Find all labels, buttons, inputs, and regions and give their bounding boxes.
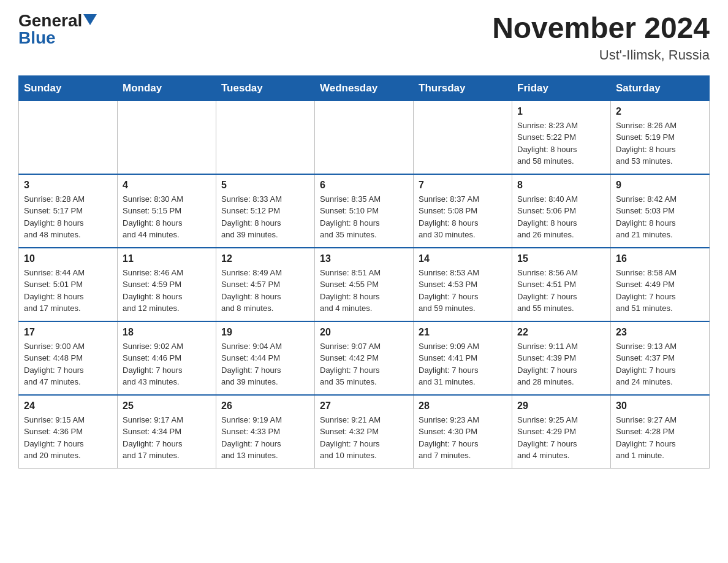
- calendar-cell: 2Sunrise: 8:26 AM Sunset: 5:19 PM Daylig…: [611, 101, 710, 174]
- day-info: Sunrise: 8:37 AM Sunset: 5:08 PM Dayligh…: [419, 193, 507, 241]
- day-number: 9: [616, 180, 704, 191]
- calendar-cell: 3Sunrise: 8:28 AM Sunset: 5:17 PM Daylig…: [19, 174, 118, 248]
- day-info: Sunrise: 9:27 AM Sunset: 4:28 PM Dayligh…: [616, 414, 704, 462]
- day-number: 19: [221, 327, 309, 338]
- calendar-cell: 18Sunrise: 9:02 AM Sunset: 4:46 PM Dayli…: [118, 321, 216, 395]
- day-number: 1: [517, 106, 605, 117]
- day-number: 8: [517, 180, 605, 191]
- day-info: Sunrise: 9:02 AM Sunset: 4:46 PM Dayligh…: [123, 340, 211, 388]
- day-info: Sunrise: 9:23 AM Sunset: 4:30 PM Dayligh…: [419, 414, 507, 462]
- day-number: 5: [221, 180, 309, 191]
- day-number: 22: [517, 327, 605, 338]
- day-info: Sunrise: 8:51 AM Sunset: 4:55 PM Dayligh…: [320, 267, 408, 315]
- day-info: Sunrise: 8:33 AM Sunset: 5:12 PM Dayligh…: [221, 193, 309, 241]
- day-number: 10: [24, 253, 112, 264]
- logo: General Blue: [18, 12, 97, 47]
- day-info: Sunrise: 8:40 AM Sunset: 5:06 PM Dayligh…: [517, 193, 605, 241]
- day-number: 24: [24, 400, 112, 412]
- day-info: Sunrise: 9:15 AM Sunset: 4:36 PM Dayligh…: [24, 414, 112, 462]
- day-number: 17: [24, 327, 112, 338]
- day-number: 12: [221, 253, 309, 264]
- calendar-cell: [315, 101, 414, 174]
- calendar-cell: 1Sunrise: 8:23 AM Sunset: 5:22 PM Daylig…: [512, 101, 611, 174]
- logo-general-text: General: [18, 12, 82, 29]
- calendar-cell: 27Sunrise: 9:21 AM Sunset: 4:32 PM Dayli…: [315, 395, 414, 469]
- day-number: 16: [616, 253, 704, 264]
- day-number: 26: [221, 400, 309, 412]
- calendar-cell: [19, 101, 118, 174]
- calendar-cell: 13Sunrise: 8:51 AM Sunset: 4:55 PM Dayli…: [315, 248, 414, 321]
- day-info: Sunrise: 8:35 AM Sunset: 5:10 PM Dayligh…: [320, 193, 408, 241]
- calendar-week-row: 1Sunrise: 8:23 AM Sunset: 5:22 PM Daylig…: [19, 101, 710, 174]
- calendar-cell: 23Sunrise: 9:13 AM Sunset: 4:37 PM Dayli…: [611, 321, 710, 395]
- logo-triangle-icon: [83, 14, 97, 25]
- day-info: Sunrise: 8:30 AM Sunset: 5:15 PM Dayligh…: [123, 193, 211, 241]
- calendar-cell: 4Sunrise: 8:30 AM Sunset: 5:15 PM Daylig…: [118, 174, 216, 248]
- header-saturday: Saturday: [611, 75, 710, 101]
- day-number: 29: [517, 400, 605, 412]
- day-info: Sunrise: 9:11 AM Sunset: 4:39 PM Dayligh…: [517, 340, 605, 388]
- header-sunday: Sunday: [19, 75, 118, 101]
- day-number: 2: [616, 106, 704, 117]
- day-number: 28: [419, 400, 507, 412]
- svg-marker-0: [83, 14, 97, 25]
- day-info: Sunrise: 8:53 AM Sunset: 4:53 PM Dayligh…: [419, 267, 507, 315]
- day-info: Sunrise: 9:09 AM Sunset: 4:41 PM Dayligh…: [419, 340, 507, 388]
- day-info: Sunrise: 8:56 AM Sunset: 4:51 PM Dayligh…: [517, 267, 605, 315]
- day-number: 25: [123, 400, 211, 412]
- calendar-cell: 22Sunrise: 9:11 AM Sunset: 4:39 PM Dayli…: [512, 321, 611, 395]
- day-number: 7: [419, 180, 507, 191]
- calendar-cell: [118, 101, 216, 174]
- calendar-cell: 19Sunrise: 9:04 AM Sunset: 4:44 PM Dayli…: [216, 321, 315, 395]
- calendar-cell: 20Sunrise: 9:07 AM Sunset: 4:42 PM Dayli…: [315, 321, 414, 395]
- header-friday: Friday: [512, 75, 611, 101]
- calendar-cell: 6Sunrise: 8:35 AM Sunset: 5:10 PM Daylig…: [315, 174, 414, 248]
- calendar-cell: 8Sunrise: 8:40 AM Sunset: 5:06 PM Daylig…: [512, 174, 611, 248]
- day-info: Sunrise: 9:25 AM Sunset: 4:29 PM Dayligh…: [517, 414, 605, 462]
- calendar-cell: 25Sunrise: 9:17 AM Sunset: 4:34 PM Dayli…: [118, 395, 216, 469]
- day-number: 13: [320, 253, 408, 264]
- calendar-cell: 7Sunrise: 8:37 AM Sunset: 5:08 PM Daylig…: [414, 174, 512, 248]
- calendar-table: SundayMondayTuesdayWednesdayThursdayFrid…: [18, 75, 710, 469]
- day-info: Sunrise: 8:23 AM Sunset: 5:22 PM Dayligh…: [517, 120, 605, 167]
- calendar-header-row: SundayMondayTuesdayWednesdayThursdayFrid…: [19, 75, 710, 101]
- calendar-cell: 10Sunrise: 8:44 AM Sunset: 5:01 PM Dayli…: [19, 248, 118, 321]
- calendar-week-row: 3Sunrise: 8:28 AM Sunset: 5:17 PM Daylig…: [19, 174, 710, 248]
- day-info: Sunrise: 9:00 AM Sunset: 4:48 PM Dayligh…: [24, 340, 112, 388]
- calendar-cell: [414, 101, 512, 174]
- day-info: Sunrise: 8:42 AM Sunset: 5:03 PM Dayligh…: [616, 193, 704, 241]
- day-number: 4: [123, 180, 211, 191]
- day-info: Sunrise: 9:13 AM Sunset: 4:37 PM Dayligh…: [616, 340, 704, 388]
- day-info: Sunrise: 9:19 AM Sunset: 4:33 PM Dayligh…: [221, 414, 309, 462]
- calendar-cell: 11Sunrise: 8:46 AM Sunset: 4:59 PM Dayli…: [118, 248, 216, 321]
- calendar-cell: 30Sunrise: 9:27 AM Sunset: 4:28 PM Dayli…: [611, 395, 710, 469]
- header-tuesday: Tuesday: [216, 75, 315, 101]
- day-number: 18: [123, 327, 211, 338]
- month-title: November 2024: [492, 12, 710, 45]
- calendar-week-row: 24Sunrise: 9:15 AM Sunset: 4:36 PM Dayli…: [19, 395, 710, 469]
- header-wednesday: Wednesday: [315, 75, 414, 101]
- calendar-cell: 21Sunrise: 9:09 AM Sunset: 4:41 PM Dayli…: [414, 321, 512, 395]
- header-monday: Monday: [118, 75, 216, 101]
- day-number: 27: [320, 400, 408, 412]
- day-number: 11: [123, 253, 211, 264]
- calendar-cell: 24Sunrise: 9:15 AM Sunset: 4:36 PM Dayli…: [19, 395, 118, 469]
- day-info: Sunrise: 8:58 AM Sunset: 4:49 PM Dayligh…: [616, 267, 704, 315]
- calendar-cell: 12Sunrise: 8:49 AM Sunset: 4:57 PM Dayli…: [216, 248, 315, 321]
- calendar-week-row: 10Sunrise: 8:44 AM Sunset: 5:01 PM Dayli…: [19, 248, 710, 321]
- page-header: General Blue November 2024 Ust'-Ilimsk, …: [18, 12, 710, 63]
- calendar-cell: 9Sunrise: 8:42 AM Sunset: 5:03 PM Daylig…: [611, 174, 710, 248]
- location: Ust'-Ilimsk, Russia: [492, 47, 710, 63]
- calendar-cell: 29Sunrise: 9:25 AM Sunset: 4:29 PM Dayli…: [512, 395, 611, 469]
- calendar-cell: 26Sunrise: 9:19 AM Sunset: 4:33 PM Dayli…: [216, 395, 315, 469]
- calendar-cell: 28Sunrise: 9:23 AM Sunset: 4:30 PM Dayli…: [414, 395, 512, 469]
- calendar-cell: 14Sunrise: 8:53 AM Sunset: 4:53 PM Dayli…: [414, 248, 512, 321]
- calendar-cell: 5Sunrise: 8:33 AM Sunset: 5:12 PM Daylig…: [216, 174, 315, 248]
- calendar-cell: [216, 101, 315, 174]
- day-info: Sunrise: 9:07 AM Sunset: 4:42 PM Dayligh…: [320, 340, 408, 388]
- day-number: 23: [616, 327, 704, 338]
- day-number: 20: [320, 327, 408, 338]
- day-number: 21: [419, 327, 507, 338]
- day-number: 30: [616, 400, 704, 412]
- day-number: 3: [24, 180, 112, 191]
